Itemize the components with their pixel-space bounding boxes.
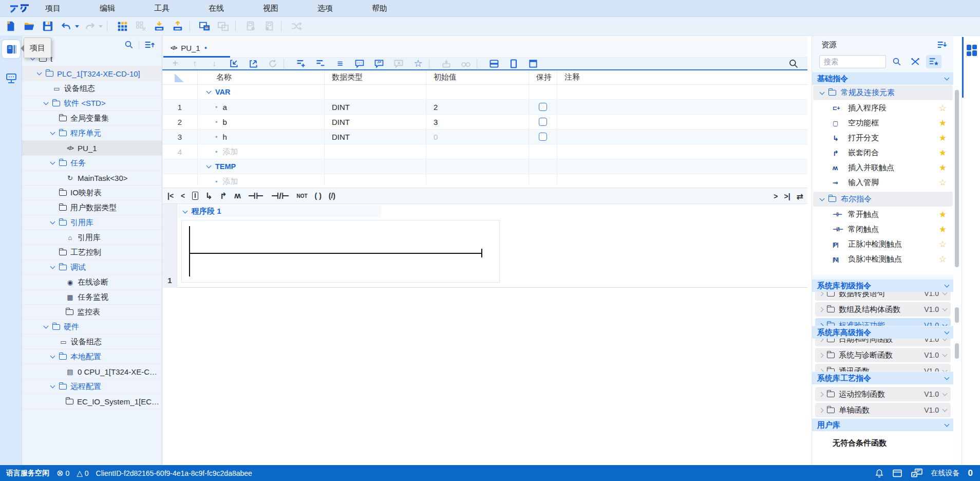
tree-item-libraries[interactable]: 引用库 [22, 215, 162, 230]
tree-item-hardware[interactable]: 硬件 [22, 320, 162, 335]
section-system-motion[interactable]: 系统库工艺指令 [812, 372, 954, 384]
resource-search-input[interactable] [819, 55, 886, 68]
group-general-elements[interactable]: 常规及连接元素 [813, 85, 953, 100]
download-to-plc-icon[interactable] [152, 18, 167, 34]
open-project-icon[interactable] [22, 18, 37, 34]
export-icon[interactable] [247, 58, 260, 69]
undo-dropdown-caret[interactable] [75, 25, 79, 28]
wire-tools-icon[interactable] [908, 55, 923, 68]
project-explorer-icon[interactable] [2, 40, 20, 58]
datatype-cell[interactable]: DINT [325, 130, 426, 144]
upload-from-plc-icon[interactable] [170, 18, 185, 34]
lib-system-diagnosis[interactable]: 系统与诊断函数V1.0 [815, 348, 951, 362]
tree-item-user-datatypes[interactable]: 用户数据类型 [22, 200, 162, 215]
insert-network-icon[interactable] [294, 58, 308, 69]
res-item-insert-network[interactable]: ⊏+插入程序段☆ [812, 101, 954, 116]
parallel-contact-icon[interactable]: ʍ [234, 191, 240, 200]
tree-item-debug[interactable]: 调试 [22, 260, 162, 275]
tree-item-cpu1[interactable]: ▤0 CPU_1[T324-XE-C… [22, 364, 162, 379]
comment-star-icon[interactable] [372, 58, 386, 69]
tree-item-hw-device-config[interactable]: ▭设备组态 [22, 335, 162, 349]
online-device-icon[interactable] [911, 468, 923, 478]
tree-item-pu1[interactable]: </>PU_1 [22, 141, 162, 156]
retain-checkbox[interactable] [539, 133, 547, 141]
delete-network-icon[interactable] [314, 58, 327, 69]
tree-item-io-map[interactable]: IO映射表 [22, 186, 162, 200]
new-project-icon[interactable] [3, 18, 18, 34]
goto-previous-icon[interactable]: < [181, 192, 185, 200]
negated-coil-icon[interactable]: (/) [329, 192, 335, 200]
tree-item-tasks[interactable]: 任务 [22, 156, 162, 171]
res-item-parallel-contact[interactable]: ʍ插入并联触点★ [812, 160, 954, 175]
scrollbar-thumb[interactable] [955, 343, 959, 359]
tree-item-watch-table[interactable]: 监控表 [22, 305, 162, 320]
network-canvas[interactable] [181, 220, 500, 283]
favorite-star-icon[interactable]: ☆ [939, 254, 947, 265]
tree-item-local-config[interactable]: 本地配置 [22, 349, 162, 364]
favorite-star-icon[interactable]: ★ [939, 147, 947, 158]
comment-cell[interactable] [557, 130, 807, 144]
name-cell[interactable]: •h [198, 130, 325, 144]
menu-tools[interactable]: 工具 [154, 4, 169, 13]
tree-item-device-config[interactable]: ▭设备组态 [22, 81, 162, 96]
retain-checkbox[interactable] [539, 118, 547, 126]
comment-icon[interactable] [353, 58, 366, 69]
menu-view[interactable]: 视图 [263, 4, 278, 13]
favorite-star-icon[interactable]: ★ [939, 224, 947, 235]
tree-item-process-control[interactable]: 工艺控制 [22, 245, 162, 260]
group-row-var[interactable]: VAR [162, 85, 807, 100]
rows-view-icon[interactable]: ≡ [333, 58, 347, 69]
favorite-star-icon[interactable]: ★ [939, 162, 947, 173]
lib-array-struct[interactable]: 数组及结构体函数V1.0 [815, 302, 951, 317]
favorite-star-icon[interactable]: ★ [939, 118, 947, 128]
output-window-icon[interactable] [892, 469, 902, 477]
res-item-input-pin[interactable]: ⊸输入管脚☆ [812, 175, 954, 190]
network-header[interactable]: 程序段 1 [178, 206, 381, 217]
chevron-down-icon[interactable] [183, 208, 188, 213]
section-basic-instructions[interactable]: 基础指令 [812, 72, 954, 85]
notification-bell-icon[interactable] [875, 469, 884, 478]
tree-search-icon[interactable] [124, 40, 134, 49]
resource-grid-icon[interactable] [966, 44, 977, 57]
goto-first-icon[interactable]: |< [167, 192, 174, 200]
res-item-nc-contact[interactable]: ⊣/⊢常闭触点★ [812, 222, 954, 237]
datatype-cell[interactable]: DINT [325, 115, 426, 129]
import-icon[interactable] [227, 58, 240, 69]
add-var-row[interactable]: 4 •添加 [162, 144, 807, 159]
section-user-library[interactable]: 用户库 [812, 418, 954, 431]
ladder-editor[interactable]: 1 程序段 1 [162, 204, 807, 288]
chevron-down-icon[interactable] [206, 89, 212, 94]
menu-options[interactable]: 选项 [317, 4, 333, 13]
tree-collapse-all-icon[interactable] [144, 40, 155, 49]
group-row-temp[interactable]: TEMP [162, 159, 807, 174]
undo-icon[interactable] [59, 18, 74, 34]
save-icon[interactable] [40, 18, 55, 34]
tree-item-program-units[interactable]: 程序单元 [22, 126, 162, 141]
empty-box-icon[interactable]: I [192, 192, 198, 200]
initvalue-cell[interactable]: 0 [426, 130, 529, 144]
not-contact-icon[interactable]: NOT [296, 193, 307, 199]
initvalue-cell[interactable]: 2 [426, 100, 529, 114]
tab-pu1[interactable]: </> PU_1 ● [163, 38, 230, 58]
menu-online[interactable]: 在线 [209, 4, 224, 13]
name-cell[interactable]: •a [198, 100, 325, 114]
initvalue-cell[interactable]: 3 [426, 115, 529, 129]
coil-icon[interactable]: ( ) [315, 192, 322, 200]
lib-standard-verify[interactable]: 标准验证功能V1.0 [815, 318, 951, 326]
group-boolean-instructions[interactable]: 布尔指令 [813, 192, 953, 207]
favorite-star-icon[interactable]: ☆ [939, 103, 947, 114]
res-item-p-contact[interactable]: |P|正脉冲检测触点☆ [812, 237, 954, 252]
favorite-star-icon[interactable]: ☆ [939, 177, 947, 188]
favorites-filter-button[interactable] [926, 55, 941, 68]
resource-sort-icon[interactable] [937, 40, 947, 49]
menu-project[interactable]: 项目 [45, 4, 61, 13]
lib-communication[interactable]: 通讯函数V1.0 [815, 364, 951, 372]
lib-single-axis[interactable]: 单轴函数V1.0 [815, 403, 951, 417]
tree-item-remote-config[interactable]: 远程配置 [22, 379, 162, 394]
menu-help[interactable]: 帮助 [372, 4, 387, 13]
favorite-star-icon[interactable]: ★ [939, 209, 947, 220]
section-system-advanced[interactable]: 系统库高级指令 [812, 326, 954, 339]
swap-view-icon[interactable]: ⇄ [797, 192, 803, 201]
res-item-close-branch[interactable]: ↱嵌套闭合★ [812, 145, 954, 160]
menu-edit[interactable]: 编辑 [100, 4, 115, 13]
